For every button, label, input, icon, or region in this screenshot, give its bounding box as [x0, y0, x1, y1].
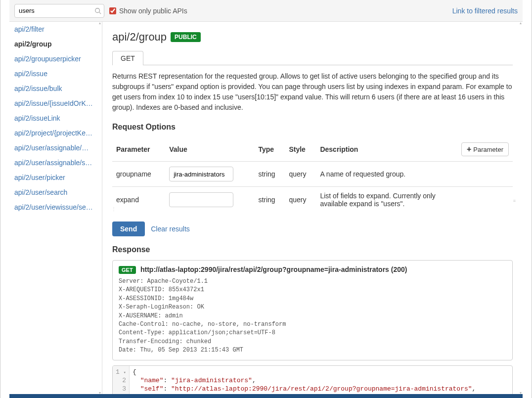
sidebar-item[interactable]: api/2/groupuserpicker — [9, 51, 102, 66]
sidebar-item[interactable]: api/2/user/assignable/s… — [9, 155, 102, 170]
endpoint-description: Returns REST representation for the requ… — [112, 71, 513, 113]
param-value-input[interactable] — [169, 192, 233, 207]
sidebar-item[interactable]: api/2/user/search — [9, 185, 102, 200]
json-viewer: 1 ▾2 3 4 ▾5 { "name": "jira-administrato… — [112, 365, 513, 394]
table-row: expandstringqueryList of fields to expan… — [112, 187, 513, 213]
sidebar-item[interactable]: api/2/user/assignable/… — [9, 140, 102, 155]
sidebar-item[interactable]: api/2/project/{projectKe… — [9, 126, 102, 140]
plus-icon: + — [467, 145, 471, 153]
show-public-checkbox[interactable] — [109, 7, 116, 14]
footer-bar — [9, 394, 523, 398]
sidebar-item[interactable]: api/2/group — [9, 37, 102, 51]
title-text: api/2/group — [112, 31, 167, 44]
param-table: Parameter Value Type Style Description +… — [112, 137, 513, 213]
response-method-badge: GET — [119, 266, 136, 274]
actions-row: Send Clear results — [112, 221, 513, 236]
response-url: http://atlas-laptop:2990/jira/rest/api/2… — [140, 265, 407, 273]
topbar: Show only public APIs Link to filtered r… — [9, 0, 523, 22]
sidebar-item[interactable]: api/2/issue — [9, 66, 102, 81]
param-name: groupname — [112, 162, 165, 187]
param-desc: A name of requested group. — [316, 162, 444, 187]
sidebar-item[interactable]: api/2/issue/{issueIdOrK… — [9, 96, 102, 111]
svg-point-0 — [95, 8, 100, 12]
add-param-label: Parameter — [473, 146, 503, 153]
sidebar-item[interactable]: api/2/issueLink — [9, 111, 102, 126]
response-headers: Server: Apache-Coyote/1.1 X-AREQUESTID: … — [119, 277, 506, 355]
right-scroll-handle[interactable]: ≡ — [513, 200, 516, 202]
param-type: string — [254, 162, 285, 187]
param-style: query — [285, 187, 316, 213]
response-box: GET http://atlas-laptop:2990/jira/rest/a… — [112, 260, 513, 360]
param-value-input[interactable] — [169, 167, 233, 181]
param-name: expand — [112, 187, 165, 213]
send-button[interactable]: Send — [112, 221, 145, 236]
page-title: api/2/group PUBLIC — [112, 31, 513, 44]
col-description: Description — [316, 137, 444, 162]
param-type: string — [254, 187, 285, 213]
sidebar: api/2/filterapi/2/groupapi/2/groupuserpi… — [9, 22, 102, 394]
search-icon — [94, 7, 101, 14]
param-desc: List of fields to expand. Currently only… — [316, 187, 444, 213]
response-heading: Response — [112, 245, 513, 254]
json-gutter: 1 ▾2 3 4 ▾5 — [113, 366, 130, 394]
show-public-label: Show only public APIs — [119, 7, 187, 15]
sidebar-item[interactable]: api/2/issue/bulk — [9, 81, 102, 96]
main-panel: ≡ api/2/group PUBLIC GET Returns REST re… — [102, 22, 523, 394]
json-code: { "name": "jira-administrators", "self":… — [130, 366, 512, 394]
col-value: Value — [165, 137, 254, 162]
col-style: Style — [285, 137, 316, 162]
clear-results-link[interactable]: Clear results — [151, 225, 190, 233]
method-tabs: GET — [112, 50, 513, 65]
sidebar-item[interactable]: api/2/filter — [9, 22, 102, 37]
search-input[interactable] — [14, 4, 104, 18]
table-row: groupnamestringqueryA name of requested … — [112, 162, 513, 187]
col-parameter: Parameter — [112, 137, 165, 162]
param-style: query — [285, 162, 316, 187]
search-wrap — [14, 4, 104, 18]
public-badge: PUBLIC — [171, 32, 201, 42]
col-type: Type — [254, 137, 285, 162]
add-parameter-button[interactable]: + Parameter — [461, 142, 509, 156]
sidebar-item[interactable]: api/2/user/viewissue/se… — [9, 200, 102, 215]
api-list: api/2/filterapi/2/groupapi/2/groupuserpi… — [9, 22, 102, 215]
tab-get[interactable]: GET — [112, 51, 143, 65]
link-filtered-results[interactable]: Link to filtered results — [452, 7, 518, 15]
show-public-checkbox-wrap[interactable]: Show only public APIs — [109, 7, 187, 15]
request-options-heading: Request Options — [112, 123, 513, 132]
sidebar-item[interactable]: api/2/user/picker — [9, 170, 102, 185]
svg-line-1 — [99, 12, 101, 14]
